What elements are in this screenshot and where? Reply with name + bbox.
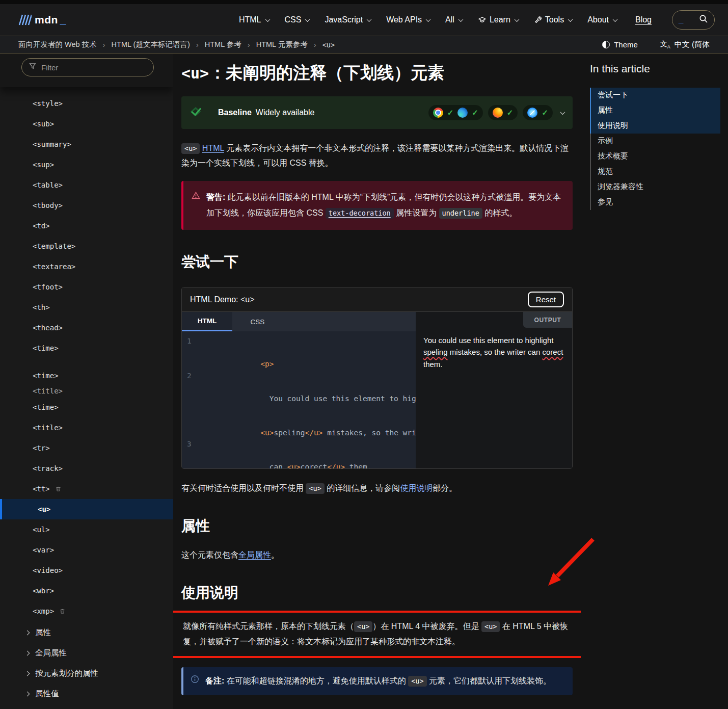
tab-css[interactable]: CSS <box>232 312 283 331</box>
usage-notes-paragraph: 就像所有纯样式元素那样，原本的下划线元素（<u>）在 HTML 4 中被废弃。但… <box>183 619 571 650</box>
sidebar-item[interactable]: <tbody> <box>0 195 173 216</box>
sidebar-item[interactable]: <xmp> <box>0 601 173 621</box>
html-link[interactable]: HTML <box>202 144 224 152</box>
toc-item[interactable]: 属性 <box>590 103 720 118</box>
sidebar-item[interactable]: <time> <box>0 397 173 417</box>
code-line: 3 can <u>corect</u> them. <box>187 438 416 469</box>
sidebar-item[interactable]: <th> <box>0 297 173 318</box>
nav-item-blog[interactable]: Blog <box>635 15 652 24</box>
nav-item-css[interactable]: CSS <box>285 15 310 24</box>
nav-item-web-apis[interactable]: Web APIs <box>386 15 430 24</box>
sidebar-item[interactable]: <ul> <box>0 519 173 540</box>
sidebar-item[interactable]: <var> <box>0 540 173 560</box>
nav-item-tools[interactable]: Tools <box>534 15 572 24</box>
global-attributes-link[interactable]: 全局属性 <box>238 550 271 559</box>
breadcrumb-item[interactable]: 面向开发者的 Web 技术 <box>18 40 97 49</box>
reset-button[interactable]: Reset <box>528 292 564 307</box>
breadcrumb-separator: › <box>248 40 250 49</box>
u-inline-code: <u> <box>306 483 324 494</box>
nav-item-about[interactable]: About <box>587 15 617 24</box>
breadcrumb-separator: › <box>103 40 105 49</box>
sidebar-item[interactable]: <tfoot> <box>0 277 173 297</box>
nav-item-all[interactable]: All <box>445 15 463 24</box>
u-inline-code: <u> <box>354 621 372 632</box>
sidebar-section-toggle[interactable]: 属性值 <box>0 684 173 704</box>
sidebar-section-toggle[interactable]: 按元素划分的属性 <box>0 663 173 684</box>
sidebar-item[interactable]: <textarea> <box>0 256 173 277</box>
article-main: <u>：未阐明的注释（下划线）元素 Baseline Widely availa… <box>173 54 581 709</box>
sidebar-item[interactable]: <sup> <box>0 154 173 175</box>
toc-item[interactable]: 尝试一下 <box>590 88 720 103</box>
sidebar-filter[interactable] <box>21 58 154 76</box>
chrome-icon <box>433 108 443 118</box>
line-number <box>187 404 198 438</box>
warning-callout: 警告: 此元素以前在旧版本的 HTML 中称为“下划线”元素，但有时仍会以这种方… <box>181 181 573 230</box>
language-switcher-button[interactable]: 文A 中文 (简体 <box>660 40 710 49</box>
sidebar-item[interactable]: <time> <box>0 365 173 386</box>
toc-item[interactable]: 浏览器兼容性 <box>590 179 720 195</box>
u-inline-code: <u> <box>408 676 426 687</box>
sidebar-item[interactable]: <sub> <box>0 114 173 134</box>
sidebar-item[interactable]: <video> <box>0 560 173 581</box>
sidebar-item[interactable]: <time> <box>0 338 173 358</box>
toc-item[interactable]: 规范 <box>590 164 720 179</box>
toc-item[interactable]: 技术概要 <box>590 149 720 164</box>
sidebar-item[interactable]: <track> <box>0 458 173 479</box>
toc-item[interactable]: 参见 <box>590 195 720 210</box>
sidebar-section-toggle[interactable]: 属性 <box>0 622 173 643</box>
toc-item[interactable]: 使用说明 <box>590 118 720 134</box>
sidebar-item[interactable]: <u> <box>0 499 173 519</box>
sidebar-item[interactable]: <title> <box>0 386 173 397</box>
text-decoration-link[interactable]: text-decoration <box>326 208 394 219</box>
chevron-down-icon <box>305 17 310 22</box>
note-text: 备注: 在可能和超链接混淆的地方，避免使用默认样式的 <u> 元素，它们都默认用… <box>205 674 551 689</box>
sidebar-section-toggle[interactable]: 全局属性 <box>0 643 173 663</box>
theme-toggle-button[interactable]: Theme <box>602 40 638 49</box>
sidebar-item[interactable]: <thead> <box>0 318 173 338</box>
baseline-label: Baseline <box>218 108 252 117</box>
u-inline-code: <u> <box>181 143 200 154</box>
search-input[interactable]: _ <box>672 10 715 30</box>
sidebar-item[interactable]: <table> <box>0 175 173 195</box>
nav-item-javascript[interactable]: JavaScript <box>325 15 371 24</box>
chevron-right-icon <box>25 671 30 676</box>
mdn-logo[interactable]: mdn _ <box>18 14 66 26</box>
baseline-status: Widely available <box>256 108 315 117</box>
sidebar-item[interactable]: <wbr> <box>0 581 173 601</box>
line-number: 2 <box>187 370 198 404</box>
sidebar-element-list: <style> <sub> <summary> <sup> <box>0 93 173 621</box>
tab-html[interactable]: HTML <box>182 312 232 331</box>
sidebar-item[interactable]: <title> <box>0 417 173 438</box>
browser-support-chromium: ✓ ✓ <box>428 105 483 120</box>
breadcrumb-item[interactable]: HTML (超文本标记语言) <box>112 40 190 49</box>
sidebar-item[interactable]: <tt> <box>0 479 173 499</box>
chevron-down-icon <box>613 17 618 22</box>
sidebar-item[interactable]: <summary> <box>0 134 173 154</box>
main-menu: HTML CSS JavaScript Web APIs All Learn T… <box>239 15 617 24</box>
mdn-logo-cursor: _ <box>60 14 66 26</box>
sidebar-item[interactable]: <td> <box>0 216 173 236</box>
mdn-logo-icon <box>18 14 32 26</box>
nav-item-html[interactable]: HTML <box>239 15 269 24</box>
breadcrumb-item[interactable]: HTML 参考 <box>205 40 241 49</box>
nav-item-learn[interactable]: Learn <box>478 15 519 24</box>
funnel-icon <box>29 62 37 72</box>
sidebar-item[interactable]: <tr> <box>0 438 173 458</box>
usage-notes-heading: 使用说明 <box>181 583 573 602</box>
output-tab[interactable]: OUTPUT <box>523 312 572 328</box>
note-callout: 备注: 在可能和超链接混淆的地方，避免使用默认样式的 <u> 元素，它们都默认用… <box>181 667 573 696</box>
sidebar-item[interactable]: <template> <box>0 236 173 256</box>
chevron-down-icon[interactable] <box>560 110 565 115</box>
sidebar-item[interactable]: <style> <box>0 93 173 114</box>
check-icon: ✓ <box>447 108 454 117</box>
breadcrumb-item[interactable]: HTML 元素参考 <box>256 40 308 49</box>
in-this-article: In this article 尝试一下 属性 使用说明 示例 技术概要 规范 … <box>590 63 720 210</box>
window-top-strip <box>0 0 728 4</box>
breadcrumb-separator: › <box>314 40 316 49</box>
toc-list: 尝试一下 属性 使用说明 示例 技术概要 规范 浏览器兼容性 参见 <box>590 88 720 210</box>
usage-notes-link[interactable]: 使用说明 <box>400 484 433 492</box>
sidebar: <style> <sub> <summary> <sup> <box>0 54 173 709</box>
code-editor[interactable]: 1 <p> 2 You could use this element to hi… <box>182 331 416 468</box>
filter-input[interactable] <box>41 63 147 72</box>
toc-item[interactable]: 示例 <box>590 134 720 149</box>
